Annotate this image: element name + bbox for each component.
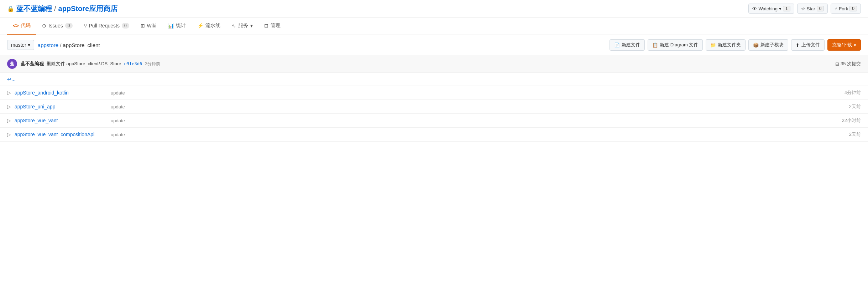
issues-badge: 0: [65, 23, 73, 29]
file-name[interactable]: appStore_vue_vant: [15, 118, 107, 123]
clone-label: 克隆/下载: [832, 42, 852, 48]
star-button[interactable]: ☆ Star 0: [797, 4, 828, 14]
nav-tabs: <> 代码 ⊙ Issues 0 ⑂ Pull Requests 0 ⊞ Wik…: [0, 17, 868, 35]
commit-author[interactable]: 蓝不蓝编程: [21, 61, 44, 67]
tab-stats[interactable]: 📊 统计: [162, 17, 192, 35]
tab-issues[interactable]: ⊙ Issues 0: [36, 18, 78, 34]
file-list: 蓝 蓝不蓝编程 删除文件 appStore_client/.DS_Store e…: [0, 55, 868, 142]
avatar-text: 蓝: [10, 61, 14, 67]
services-icon: ∿: [232, 23, 236, 29]
toolbar-buttons: 📄 新建文件 📋 新建 Diagram 文件 📁 新建文件夹 📦 新建子模块 ⬆…: [610, 39, 861, 51]
file-commit-msg: update: [111, 104, 829, 109]
tab-wiki[interactable]: ⊞ Wiki: [135, 18, 162, 34]
pr-badge: 0: [122, 23, 129, 29]
branch-name: master: [11, 42, 26, 48]
avatar: 蓝: [7, 59, 17, 69]
tab-code-label: 代码: [21, 22, 31, 29]
services-dropdown-icon: ▾: [250, 23, 253, 29]
tab-pipeline[interactable]: ⚡ 流水线: [192, 17, 226, 35]
page-header: 🔒 蓝不蓝编程 / appStore应用商店 👁 Watching ▾ 1 ☆ …: [0, 0, 868, 17]
file-row: ▷ appStore_vue_vant update 22小时前: [0, 114, 868, 128]
upload-file-button[interactable]: ⬆ 上传文件: [791, 39, 825, 51]
repo-toolbar: master ▾ appstore / appStore_client 📄 新建…: [0, 35, 868, 55]
commit-hash[interactable]: e9fe3d6: [124, 61, 142, 66]
folder-icon: ▷: [7, 90, 11, 96]
breadcrumb-separator: /: [60, 42, 61, 48]
tab-wiki-label: Wiki: [147, 23, 156, 29]
star-icon: ☆: [801, 6, 805, 11]
clone-download-button[interactable]: 克隆/下载 ▾: [827, 39, 861, 51]
code-icon: <>: [13, 23, 19, 29]
commit-message: 删除文件 appStore_client/.DS_Store: [47, 61, 121, 67]
repo-title: 🔒 蓝不蓝编程 / appStore应用商店: [7, 4, 748, 14]
tab-stats-label: 统计: [176, 22, 186, 29]
tab-services-label: 服务: [238, 22, 248, 29]
repo-owner[interactable]: 蓝不蓝编程: [16, 4, 52, 14]
eye-icon: 👁: [752, 6, 757, 11]
file-time: 22小时前: [832, 117, 861, 124]
folder-icon: ▷: [7, 118, 11, 123]
fork-label: Fork: [839, 6, 848, 11]
commit-count[interactable]: ⊟ 35 次提交: [835, 61, 861, 67]
watching-label: Watching: [758, 6, 778, 11]
breadcrumb: appstore / appStore_client: [38, 42, 606, 48]
watching-button[interactable]: 👁 Watching ▾ 1: [748, 4, 794, 14]
header-actions: 👁 Watching ▾ 1 ☆ Star 0 ⑂ Fork 0: [748, 4, 861, 14]
commit-time: 3分钟前: [145, 61, 160, 67]
file-row: ▷ appStore_uni_app update 2天前: [0, 100, 868, 114]
clone-dropdown-icon: ▾: [854, 42, 856, 48]
tab-pullrequests[interactable]: ⑂ Pull Requests 0: [78, 18, 135, 34]
new-diagram-button[interactable]: 📋 新建 Diagram 文件: [648, 39, 703, 51]
new-submodule-button[interactable]: 📦 新建子模块: [748, 39, 788, 51]
tab-services[interactable]: ∿ 服务 ▾: [226, 17, 258, 35]
branch-selector[interactable]: master ▾: [7, 40, 34, 50]
title-separator: /: [54, 5, 56, 13]
breadcrumb-current: appStore_client: [63, 42, 100, 48]
folder-icon: ▷: [7, 132, 11, 137]
manage-icon: ⊟: [264, 23, 268, 29]
file-commit-msg: update: [111, 90, 829, 96]
new-file-label: 新建文件: [622, 42, 640, 48]
file-row: ▷ appStore_android_kotlin update 4分钟前: [0, 86, 868, 100]
file-name[interactable]: appStore_uni_app: [15, 104, 107, 109]
breadcrumb-root[interactable]: appstore: [38, 42, 58, 48]
commit-info-row: 蓝 蓝不蓝编程 删除文件 appStore_client/.DS_Store e…: [0, 55, 868, 73]
new-file-icon: 📄: [614, 42, 620, 48]
file-name[interactable]: appStore_vue_vant_compositionApi: [15, 132, 107, 137]
tab-code[interactable]: <> 代码: [7, 17, 36, 35]
back-arrow-icon: ↩: [7, 76, 11, 82]
tab-pipeline-label: 流水线: [205, 22, 220, 29]
new-submodule-icon: 📦: [753, 42, 759, 48]
file-name[interactable]: appStore_android_kotlin: [15, 90, 107, 96]
commit-count-icon: ⊟: [835, 61, 839, 67]
pr-icon: ⑂: [84, 23, 87, 29]
star-count: 0: [817, 6, 824, 11]
issues-icon: ⊙: [42, 23, 46, 29]
folder-icon: ▷: [7, 104, 11, 109]
tab-pr-label: Pull Requests: [89, 23, 120, 29]
tab-issues-label: Issues: [48, 23, 63, 29]
fork-icon: ⑂: [835, 6, 837, 11]
file-time: 4分钟前: [832, 90, 861, 96]
repo-name[interactable]: appStore应用商店: [58, 4, 118, 14]
new-diagram-icon: 📋: [652, 42, 658, 48]
tab-manage[interactable]: ⊟ 管理: [258, 17, 286, 35]
fork-button[interactable]: ⑂ Fork 0: [831, 4, 861, 14]
new-submodule-label: 新建子模块: [760, 42, 784, 48]
tab-manage-label: 管理: [271, 22, 281, 29]
file-row: ▷ appStore_vue_vant_compositionApi updat…: [0, 128, 868, 142]
new-file-button[interactable]: 📄 新建文件: [610, 39, 645, 51]
commit-count-label: 35 次提交: [841, 61, 861, 67]
watching-count: 1: [783, 6, 790, 11]
new-diagram-label: 新建 Diagram 文件: [660, 42, 698, 48]
parent-directory-row[interactable]: ↩ ...: [0, 73, 868, 86]
star-label: Star: [807, 6, 815, 11]
file-time: 2天前: [832, 103, 861, 110]
back-dots: ...: [11, 76, 16, 82]
new-folder-label: 新建文件夹: [718, 42, 741, 48]
new-folder-button[interactable]: 📁 新建文件夹: [706, 39, 746, 51]
chevron-down-icon: ▾: [779, 6, 781, 11]
upload-label: 上传文件: [801, 42, 820, 48]
file-time: 2天前: [832, 131, 861, 138]
file-commit-msg: update: [111, 132, 829, 137]
